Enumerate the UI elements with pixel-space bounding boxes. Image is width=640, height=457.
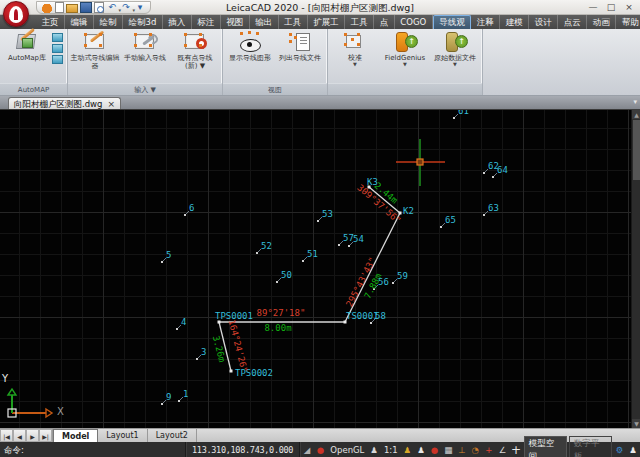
settings-gear-icon[interactable]: ⚙ [613, 442, 627, 457]
app-logo-leaf [14, 9, 18, 20]
calib-icon [342, 31, 368, 53]
ucs-y-label: Y [2, 373, 8, 384]
ribbon-button-manual[interactable]: 手动输入导线 [120, 30, 170, 62]
plot-preview-icon[interactable] [94, 2, 104, 13]
ribbon-tab-主页[interactable]: 主页 [36, 15, 65, 29]
layout-nav-arrow-3[interactable]: ▶| [39, 429, 52, 442]
dropdown-arrow-icon[interactable]: ▼ [453, 62, 457, 67]
ribbon-tab-绘制[interactable]: 绘制 [94, 15, 123, 29]
save-file-icon[interactable] [80, 2, 92, 13]
ribbon-tab-点云[interactable]: 点云 [558, 15, 587, 29]
layout-tab-Model[interactable]: Model [53, 429, 98, 442]
scroll-up-icon[interactable]: ▲ [632, 110, 640, 119]
workspace-icon[interactable]: ● [428, 442, 442, 457]
ribbon-button-label: 列出导线文件 [279, 54, 321, 62]
point-label-63: 63 [488, 203, 499, 213]
document-tab-close-icon[interactable]: × [107, 98, 115, 109]
ribbon-tab-工具[interactable]: 工具 [345, 15, 374, 29]
ribbon-tab-标注[interactable]: 标注 [192, 15, 221, 29]
station-label-TS0001: TS0001 [346, 311, 379, 321]
user-icon[interactable]: ♟ [401, 442, 415, 457]
grid-display-icon[interactable]: ▦ [441, 442, 455, 457]
layout-nav-arrow-0[interactable]: |◀ [0, 429, 13, 442]
ribbon-tab-注释[interactable]: 注释 [471, 15, 500, 29]
renderer-label: OpenGL [327, 445, 367, 455]
redo-icon[interactable]: ↷▾ [120, 2, 132, 13]
point-label-61: 61 [458, 110, 469, 116]
leicacad-window: LeicaCAD 2020 - [向阳村棚户区测图.dwg] —□× ↶▾↷▾▾… [0, 0, 640, 457]
ribbon-button-fieldgenius[interactable]: FieldGenius▼ [380, 30, 430, 67]
undo-icon[interactable]: ↶▾ [106, 2, 118, 13]
user-add-icon[interactable]: ♟ [414, 442, 428, 457]
ortho-mode-icon[interactable]: ⊥ [455, 442, 469, 457]
ribbon-group-AutoMAP: AutoMap库AutoMAP [0, 29, 68, 95]
document-tab-bar: 向阳村棚户区测图.dwg × ▾ [0, 96, 640, 110]
ribbon-tab-绘制3d[interactable]: 绘制3d [123, 15, 163, 29]
ribbon-group-label [328, 83, 482, 95]
vertical-scrollbar[interactable]: ▲ ▼ [631, 110, 640, 428]
ribbon-tab-帮助[interactable]: 帮助 [616, 15, 640, 29]
ribbon-tab-视图[interactable]: 视图 [221, 15, 250, 29]
ribbon-button-exist[interactable]: 既有点导线 (新) ▼ [170, 30, 220, 70]
point-label-52: 52 [261, 241, 272, 251]
ribbon-tab-工具[interactable]: 工具 [279, 15, 308, 29]
ribbon-tab-点[interactable]: 点 [374, 15, 395, 29]
point-label-50: 50 [281, 270, 292, 280]
dropdown-arrow-icon[interactable]: ▼ [353, 62, 357, 67]
ribbon-tab-COGO[interactable]: COGO [395, 15, 433, 29]
object-snap-icon[interactable]: + [482, 442, 496, 457]
dropdown-arrow-icon[interactable]: ▼ [403, 62, 407, 67]
document-tab-overflow-icon[interactable]: ▾ [633, 98, 637, 106]
ribbon-button-label: 主动式导线编辑器 [70, 54, 120, 70]
ribbon-button-calib[interactable]: 校准▼ [330, 30, 380, 67]
automap-quick-icon[interactable] [41, 2, 53, 13]
layout-tab-Layout1[interactable]: Layout1 [98, 429, 147, 442]
layout-nav-arrow-1[interactable]: ◀ [13, 429, 26, 442]
digitizer-tablet-button[interactable]: 数字平板 [569, 436, 612, 457]
traverse-drawing [0, 110, 631, 428]
polar-tracking-icon[interactable]: ◔ [469, 442, 483, 457]
ribbon-tab-导线观[interactable]: 导线观 [433, 15, 472, 29]
document-tab-label: 向阳村棚户区测图.dwg [14, 98, 102, 109]
close-button[interactable]: × [620, 0, 638, 14]
minimize-button[interactable]: — [584, 0, 602, 14]
crosshair-size-icon[interactable]: + [509, 442, 523, 457]
ribbon-tab-扩展工[interactable]: 扩展工 [308, 15, 346, 29]
scroll-thumb[interactable] [633, 120, 640, 180]
qat-overflow-icon[interactable]: ▾ [134, 2, 146, 13]
annotation-person-icon[interactable]: ♟ [367, 442, 381, 457]
angle-snap-icon[interactable]: ∠ [496, 442, 510, 457]
open-file-icon[interactable] [66, 4, 78, 13]
app-logo-button[interactable] [3, 1, 29, 27]
layout-nav-arrow-2[interactable]: ▶ [26, 429, 39, 442]
model-space-button[interactable]: 模型空间 [524, 436, 567, 457]
ribbon-tab-输出[interactable]: 输出 [250, 15, 279, 29]
snap-marker-icon[interactable]: ● [314, 442, 328, 457]
annotation-scale-label[interactable]: 1:1 [381, 445, 401, 455]
new-file-icon[interactable] [55, 2, 64, 13]
scroll-down-icon[interactable]: ▼ [632, 419, 640, 428]
ribbon-tab-动画[interactable]: 动画 [587, 15, 616, 29]
drawing-canvas[interactable]: Y X ▲ ▼ 61626463655365251557545059565843… [0, 110, 640, 428]
ribbon-button-eye[interactable]: 显示导线图形 [225, 30, 275, 62]
ribbon-tab-插入[interactable]: 插入 [163, 15, 192, 29]
command-input[interactable]: 命令: [0, 442, 186, 457]
ducs-indicator-icon[interactable]: ◢ [300, 442, 314, 457]
ribbon-button-automap[interactable]: AutoMap库 [2, 30, 52, 62]
ribbon-button-edit[interactable]: 主动式导线编辑器 [70, 30, 120, 70]
ribbon-group-label: 视图 [223, 83, 327, 95]
maximize-button[interactable]: □ [602, 0, 620, 14]
eye-icon [237, 31, 263, 53]
document-tab[interactable]: 向阳村棚户区测图.dwg × [8, 97, 121, 109]
ribbon-button-raw[interactable]: 原始数据文件▼ [430, 30, 480, 67]
automap-mini-icons[interactable] [52, 30, 65, 64]
ribbon-button-list[interactable]: 列出导线文件 [275, 30, 325, 62]
angle-label: 89°27'18" [257, 308, 306, 318]
user-profile-icon[interactable]: ♟ [626, 442, 640, 457]
ribbon-group-label: 输入 ▼ [68, 83, 222, 95]
ribbon-tab-建模[interactable]: 建模 [500, 15, 529, 29]
ribbon-tab-设计[interactable]: 设计 [529, 15, 558, 29]
list-icon [287, 31, 313, 53]
ribbon-tab-编辑[interactable]: 编辑 [65, 15, 94, 29]
layout-tab-Layout2[interactable]: Layout2 [148, 429, 197, 442]
